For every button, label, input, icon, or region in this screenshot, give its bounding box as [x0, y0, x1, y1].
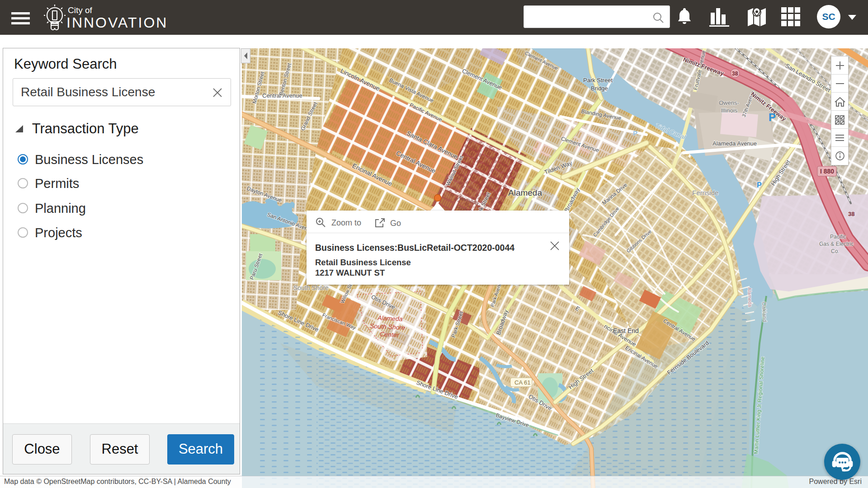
svg-text:Fernside: Fernside	[692, 189, 718, 197]
svg-text:P: P	[769, 111, 776, 123]
svg-text:Gas & Electric: Gas & Electric	[819, 241, 854, 247]
svg-text:38: 38	[848, 211, 854, 217]
svg-text:Illinois: Illinois	[721, 107, 738, 114]
svg-text:Bridge: Bridge	[591, 85, 608, 92]
svg-text:P: P	[757, 181, 762, 189]
svg-text:Co.: Co.	[831, 248, 840, 254]
svg-text:Alameda Avenue: Alameda Avenue	[712, 140, 757, 147]
svg-text:Park Street: Park Street	[583, 77, 613, 84]
svg-text:Alameda: Alameda	[377, 314, 403, 323]
svg-text:Center: Center	[380, 330, 400, 338]
svg-text:Owens-: Owens-	[719, 99, 739, 106]
svg-text:South Shore: South Shore	[293, 284, 329, 291]
svg-text:38: 38	[732, 70, 738, 77]
svg-text:I 880: I 880	[820, 168, 834, 175]
svg-text:Alameda: Alameda	[747, 287, 753, 308]
svg-text:P: P	[633, 129, 637, 137]
svg-text:CA 61: CA 61	[514, 379, 530, 386]
svg-text:Pacific: Pacific	[830, 234, 846, 240]
svg-text:Alameda: Alameda	[508, 188, 542, 197]
svg-text:Oakland: Oakland	[761, 302, 768, 322]
svg-text:East End: East End	[613, 327, 639, 334]
